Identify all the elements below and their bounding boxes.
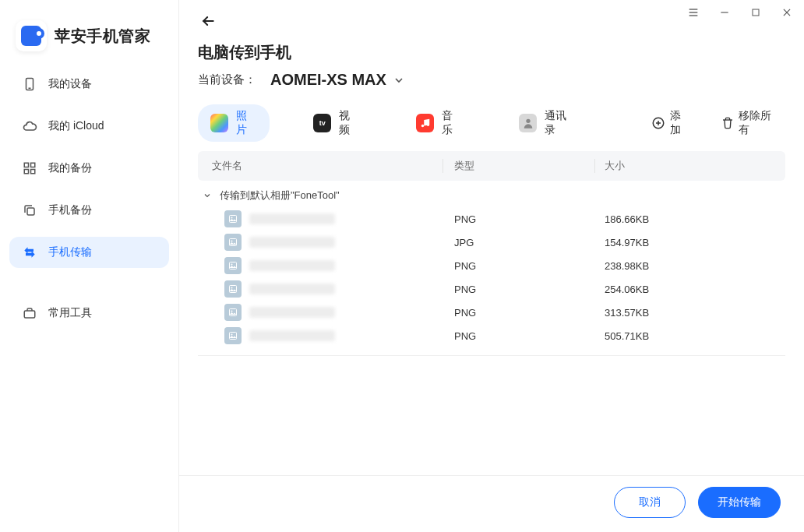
file-size: 254.06KB: [595, 284, 785, 295]
toolbox-icon: [22, 305, 37, 321]
svg-point-31: [231, 334, 233, 336]
remove-all-label: 移除所有: [739, 109, 781, 137]
file-size: 505.71KB: [595, 330, 785, 342]
svg-point-29: [231, 311, 233, 312]
sidebar-item-icloud[interactable]: 我的 iCloud: [9, 111, 169, 142]
type-tabs: 照片 tv 视频 音乐 通讯录 添加: [179, 104, 804, 151]
maximize-icon[interactable]: [748, 5, 763, 20]
svg-rect-22: [230, 239, 237, 246]
svg-rect-5: [31, 170, 35, 174]
tab-music[interactable]: 音乐: [404, 104, 475, 142]
cloud-icon: [22, 118, 37, 134]
sidebar-item-phone-backup[interactable]: 手机备份: [9, 195, 169, 226]
start-transfer-button[interactable]: 开始传输: [698, 487, 781, 518]
contacts-icon: [519, 114, 537, 132]
tab-label: 音乐: [442, 109, 463, 137]
device-name: AOMEI-XS MAX: [270, 71, 386, 89]
sidebar-item-my-backup[interactable]: 我的备份: [9, 153, 169, 184]
back-button[interactable]: [198, 11, 218, 31]
svg-rect-28: [230, 309, 237, 316]
group-toggle[interactable]: 传输到默认相册"FoneTool": [179, 181, 804, 207]
video-icon: tv: [313, 114, 331, 132]
sidebar-item-phone-transfer[interactable]: 手机传输: [9, 237, 169, 268]
plus-circle-icon: [651, 116, 665, 130]
sidebar-item-label: 手机传输: [48, 245, 92, 259]
add-label: 添加: [670, 109, 690, 137]
trash-icon: [721, 117, 734, 129]
file-type: PNG: [443, 260, 595, 272]
column-name: 文件名: [198, 159, 443, 173]
device-selector[interactable]: 当前设备： AOMEI-XS MAX: [179, 71, 804, 104]
file-name-blurred: [249, 213, 335, 224]
sidebar-item-label: 我的 iCloud: [48, 119, 104, 133]
close-icon[interactable]: [779, 5, 795, 20]
table-row[interactable]: PNG 186.66KB: [198, 207, 785, 231]
cancel-button[interactable]: 取消: [614, 487, 686, 518]
svg-point-23: [231, 241, 233, 242]
file-size: 238.98KB: [595, 260, 785, 272]
transfer-icon: [22, 245, 37, 260]
image-icon: [224, 327, 242, 344]
page-title: 电脑传到手机: [179, 31, 804, 71]
table-row[interactable]: JPG 154.97KB: [198, 231, 785, 254]
tab-contacts[interactable]: 通讯录: [506, 104, 589, 142]
app-logo-row: 苹安手机管家: [9, 16, 169, 69]
svg-rect-2: [24, 163, 28, 167]
table-row[interactable]: PNG 313.57KB: [198, 301, 785, 324]
file-type: PNG: [443, 330, 595, 342]
sidebar: 苹安手机管家 我的设备 我的 iCloud 我的备份 手机备份: [0, 0, 179, 532]
file-type: PNG: [443, 307, 595, 319]
file-name-cell: [198, 304, 443, 321]
tab-photos[interactable]: 照片: [198, 104, 270, 142]
image-icon: [224, 280, 242, 298]
file-name-cell: [198, 210, 443, 227]
file-type: PNG: [443, 284, 595, 295]
file-name-blurred: [249, 260, 335, 271]
sidebar-item-label: 我的备份: [48, 161, 92, 175]
chevron-down-icon: [203, 191, 212, 200]
phone-icon: [22, 76, 37, 92]
column-size: 大小: [595, 159, 785, 173]
svg-rect-30: [230, 333, 237, 340]
svg-rect-7: [24, 311, 35, 318]
group-label: 传输到默认相册"FoneTool": [220, 188, 340, 203]
svg-rect-4: [24, 170, 28, 174]
sidebar-item-tools[interactable]: 常用工具: [9, 298, 169, 329]
menu-icon[interactable]: [686, 5, 701, 20]
remove-all-button[interactable]: 移除所有: [721, 109, 781, 137]
tab-label: 视频: [339, 109, 360, 137]
sidebar-item-devices[interactable]: 我的设备: [9, 69, 169, 100]
divider: [198, 355, 785, 356]
column-type: 类型: [443, 159, 595, 173]
table-header: 文件名 类型 大小: [198, 151, 785, 181]
table-row[interactable]: PNG 254.06KB: [198, 277, 785, 301]
file-type: JPG: [443, 237, 595, 248]
file-type: PNG: [443, 213, 595, 225]
table-row[interactable]: PNG 505.71KB: [198, 324, 785, 347]
tab-label: 照片: [236, 109, 257, 137]
svg-point-25: [231, 264, 233, 266]
image-icon: [224, 234, 242, 251]
music-icon: [416, 114, 434, 132]
file-name-cell: [198, 327, 443, 344]
file-name-blurred: [249, 237, 335, 248]
svg-rect-12: [753, 9, 759, 16]
image-icon: [224, 257, 242, 274]
window-controls: [686, 5, 795, 20]
table-row[interactable]: PNG 238.98KB: [198, 254, 785, 277]
add-button[interactable]: 添加: [651, 109, 690, 137]
file-size: 154.97KB: [595, 237, 785, 248]
image-icon: [224, 304, 242, 321]
image-icon: [224, 210, 242, 227]
device-label: 当前设备：: [198, 72, 256, 87]
minimize-icon[interactable]: [717, 5, 732, 20]
svg-rect-6: [27, 208, 34, 215]
sidebar-item-label: 手机备份: [48, 203, 92, 217]
tab-label: 通讯录: [545, 109, 577, 137]
app-name: 苹安手机管家: [55, 26, 150, 47]
svg-rect-26: [230, 286, 237, 293]
photos-icon: [210, 114, 228, 132]
svg-point-16: [526, 119, 530, 123]
tab-videos[interactable]: tv 视频: [301, 104, 372, 142]
file-name-blurred: [249, 307, 335, 318]
